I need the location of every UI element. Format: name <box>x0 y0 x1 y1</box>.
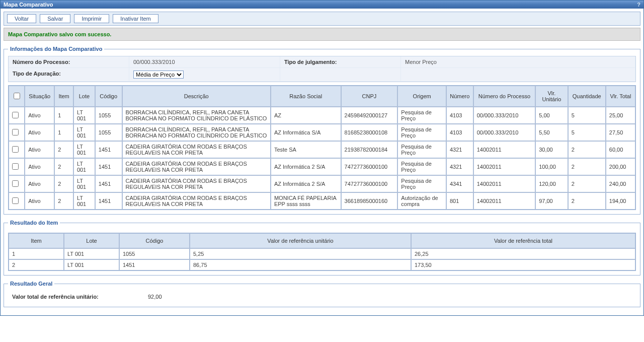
cell-origem: Pesquisa de Preço <box>397 107 446 124</box>
cell-razao: Teste SA <box>271 141 341 158</box>
cell-cnpj: 21938782000184 <box>341 141 398 158</box>
row-checkbox-cell <box>9 158 25 175</box>
cell-codigo: 1451 <box>95 175 122 192</box>
info-spacer-2 <box>401 68 635 82</box>
cell-quantidade: 5 <box>568 124 606 141</box>
cell-quantidade: 2 <box>568 158 606 175</box>
cell-vlr-unitario: 97,00 <box>535 192 568 210</box>
cell-origem: Pesquisa de Preço <box>397 158 446 175</box>
cell-situacao: Ativo <box>25 192 54 210</box>
tipo-apuracao-label: Tipo de Apuração: <box>9 68 129 82</box>
ri-cell-val-unit: 86,75 <box>190 259 411 270</box>
resultado-geral-legend: Resultado Geral <box>8 281 54 287</box>
cell-cnpj: 81685238000108 <box>341 124 398 141</box>
cell-vlr-unitario: 5,50 <box>535 124 568 141</box>
cell-numero: 4103 <box>446 107 473 124</box>
cell-vlr-total: 27,50 <box>606 124 635 141</box>
cell-cnpj: 36618985000160 <box>341 192 398 210</box>
cell-num-processo: 14002011 <box>473 175 536 192</box>
resultado-item-fieldset: Resultado do Item Item Lote Código Valor… <box>4 220 640 276</box>
row-checkbox-cell <box>9 124 25 141</box>
cell-cnpj: 74727736000100 <box>341 158 398 175</box>
ri-cell-lote: LT 001 <box>64 248 119 259</box>
cell-num-processo: 00/000.333/2010 <box>473 107 536 124</box>
ri-cell-codigo: 1055 <box>119 248 190 259</box>
ri-cell-item: 2 <box>9 259 64 270</box>
cell-numero: 4321 <box>446 158 473 175</box>
header-descricao: Descrição <box>122 86 271 107</box>
tipo-apuracao-value: Média de Preço <box>129 68 280 82</box>
cell-item: 2 <box>54 175 73 192</box>
cell-codigo: 1055 <box>95 107 122 124</box>
table-row: Ativo2LT 0011451CADEIRA GIRATÓRIA COM RO… <box>9 158 635 175</box>
toolbar: Voltar Salvar Imprimir Inativar Item <box>4 12 640 26</box>
header-numero: Número <box>446 86 473 107</box>
table-row: Ativo2LT 0011451CADEIRA GIRATÓRIA COM RO… <box>9 141 635 158</box>
info-grid: Número do Processo: 00/000.333/2010 Tipo… <box>8 56 636 82</box>
row-checkbox[interactable] <box>12 197 19 204</box>
header-item: Item <box>54 86 73 107</box>
cell-item: 2 <box>54 158 73 175</box>
cell-vlr-unitario: 30,00 <box>535 141 568 158</box>
resultado-item-row: 1LT 00110555,2526,25 <box>9 248 635 259</box>
cell-situacao: Ativo <box>25 158 54 175</box>
header-codigo: Código <box>95 86 122 107</box>
tipo-julgamento-label: Tipo de julgamento: <box>280 56 401 68</box>
cell-lote: LT 001 <box>73 158 95 175</box>
ri-header-lote: Lote <box>64 233 119 248</box>
window: Mapa Comparativo ? Voltar Salvar Imprimi… <box>0 0 644 316</box>
row-checkbox[interactable] <box>12 129 19 135</box>
header-vlr-total: Vlr. Total <box>606 86 635 107</box>
cell-origem: Autorização de compra <box>397 192 446 210</box>
voltar-button[interactable]: Voltar <box>7 14 36 23</box>
tipo-apuracao-select[interactable]: Média de Preço <box>133 71 184 79</box>
cell-numero: 801 <box>446 192 473 210</box>
cell-origem: Pesquisa de Preço <box>397 175 446 192</box>
window-title: Mapa Comparativo <box>4 2 53 8</box>
ri-header-val-total: Valor de referência total <box>411 233 635 248</box>
cell-num-processo: 14002011 <box>473 192 536 210</box>
table-row: Ativo1LT 0011055BORRACHA CILÍNDRICA, REF… <box>9 124 635 141</box>
ri-cell-val-total: 173,50 <box>411 259 635 270</box>
cell-razao: AZ Informática S/A <box>271 124 341 141</box>
cell-razao: AZ <box>271 107 341 124</box>
cell-quantidade: 2 <box>568 141 606 158</box>
cell-vlr-total: 194,00 <box>606 192 635 210</box>
cell-lote: LT 001 <box>73 192 95 210</box>
cell-descricao: BORRACHA CILÍNDRICA, REFIL, PARA CANETA … <box>122 107 271 124</box>
cell-numero: 4341 <box>446 175 473 192</box>
ri-cell-val-total: 26,25 <box>411 248 635 259</box>
imprimir-button[interactable]: Imprimir <box>74 14 109 23</box>
cell-item: 1 <box>54 124 73 141</box>
cell-vlr-total: 200,00 <box>606 158 635 175</box>
cell-numero: 4321 <box>446 141 473 158</box>
resultado-item-row: 2LT 001145186,75173,50 <box>9 259 635 270</box>
titlebar: Mapa Comparativo ? <box>1 1 643 9</box>
inativar-item-button[interactable]: Inativar Item <box>113 14 158 23</box>
ri-header-codigo: Código <box>119 233 190 248</box>
row-checkbox[interactable] <box>12 163 19 170</box>
cell-situacao: Ativo <box>25 107 54 124</box>
help-icon[interactable]: ? <box>637 2 640 8</box>
cell-codigo: 1451 <box>95 192 122 210</box>
cell-descricao: BORRACHA CILÍNDRICA, REFIL, PARA CANETA … <box>122 124 271 141</box>
row-checkbox[interactable] <box>12 146 19 153</box>
valor-total-unit-value: 92,00 <box>144 291 166 303</box>
info-fieldset: Informações do Mapa Comparativo Número d… <box>4 46 640 215</box>
cell-num-processo: 14002011 <box>473 158 536 175</box>
row-checkbox[interactable] <box>12 112 19 118</box>
salvar-button[interactable]: Salvar <box>40 14 70 23</box>
resultado-item-legend: Resultado do Item <box>8 220 60 226</box>
numero-processo-label: Número do Processo: <box>9 56 129 68</box>
cell-item: 2 <box>54 192 73 210</box>
cell-lote: LT 001 <box>73 107 95 124</box>
row-checkbox[interactable] <box>12 180 19 187</box>
main-table: Situação Item Lote Código Descrição Razã… <box>8 85 636 210</box>
info-spacer-1 <box>280 68 401 82</box>
cell-descricao: CADEIRA GIRATÓRIA COM RODAS E BRAÇOS REG… <box>122 175 271 192</box>
header-cnpj: CNPJ <box>341 86 398 107</box>
cell-quantidade: 2 <box>568 192 606 210</box>
select-all-checkbox[interactable] <box>14 93 20 99</box>
cell-descricao: CADEIRA GIRATÓRIA COM RODAS E BRAÇOS REG… <box>122 192 271 210</box>
table-row: Ativo1LT 0011055BORRACHA CILÍNDRICA, REF… <box>9 107 635 124</box>
